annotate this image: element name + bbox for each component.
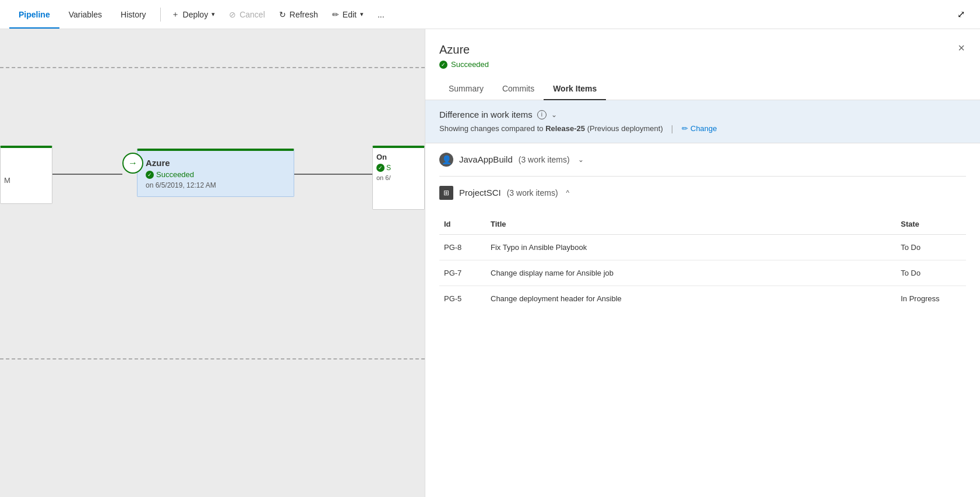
close-icon: × bbox=[958, 41, 965, 55]
tab-commits[interactable]: Commits bbox=[493, 78, 544, 100]
nav-actions: ＋ Deploy ▾ ⊘ Cancel ↻ Refresh ✏ Edit ▾ .… bbox=[165, 6, 390, 23]
cell-title: Fix Typo in Ansible Playbook bbox=[486, 234, 896, 260]
main-area: M → Azure ✓ Succeeded on 6/5/2019, 12:12… bbox=[0, 29, 980, 497]
cancel-button[interactable]: ⊘ Cancel bbox=[223, 6, 271, 23]
expand-button[interactable]: ⤢ bbox=[951, 5, 971, 23]
stage-name: Azure bbox=[146, 158, 285, 168]
col-header-title: Title bbox=[486, 214, 896, 235]
diff-section: Difference in work items i ⌄ Showing cha… bbox=[425, 100, 980, 143]
tab-summary[interactable]: Summary bbox=[439, 78, 493, 100]
change-link[interactable]: ✏ Change bbox=[682, 124, 717, 133]
tab-history[interactable]: History bbox=[111, 0, 156, 29]
more-button[interactable]: ... bbox=[372, 6, 390, 23]
edit-chevron-icon: ▾ bbox=[360, 10, 364, 18]
stage-right-partial: On ✓ S on 6/ bbox=[372, 146, 425, 210]
cell-title: Change display name for Ansible job bbox=[486, 260, 896, 285]
table-row[interactable]: PG-7 Change display name for Ansible job… bbox=[439, 260, 966, 285]
table-row[interactable]: PG-8 Fix Typo in Ansible Playbook To Do bbox=[439, 234, 966, 260]
diff-description: Showing changes compared to Release-25 (… bbox=[439, 124, 966, 133]
panel-header: Azure ✓ Succeeded × Summary Commits Work… bbox=[425, 29, 980, 100]
cell-id: PG-7 bbox=[439, 260, 486, 285]
project-sci-chevron-icon: ^ bbox=[566, 189, 570, 197]
col-header-state: State bbox=[896, 214, 966, 235]
right-panel: Azure ✓ Succeeded × Summary Commits Work… bbox=[425, 29, 980, 497]
work-items-body: 👤 JavaAppBuild (3 work items) ⌄ ⊞ Projec… bbox=[425, 143, 980, 311]
expand-icon: ⤢ bbox=[957, 9, 965, 19]
connector-line-left bbox=[52, 174, 122, 175]
dashed-line-bottom bbox=[0, 358, 425, 359]
top-nav: Pipeline Variables History ＋ Deploy ▾ ⊘ … bbox=[0, 0, 980, 29]
cell-state: To Do bbox=[896, 260, 966, 285]
plus-icon: ＋ bbox=[171, 9, 179, 20]
stage-arrow-circle[interactable]: → bbox=[122, 153, 143, 174]
deploy-chevron-icon: ▾ bbox=[211, 10, 215, 18]
cell-title: Change deployment header for Ansible bbox=[486, 285, 896, 311]
edit-button[interactable]: ✏ Edit ▾ bbox=[326, 6, 369, 23]
refresh-button[interactable]: ↻ Refresh bbox=[273, 6, 324, 23]
right-success-dot: ✓ bbox=[376, 164, 385, 172]
refresh-icon: ↻ bbox=[279, 10, 286, 19]
diff-divider bbox=[672, 125, 672, 133]
pipeline-canvas: M → Azure ✓ Succeeded on 6/5/2019, 12:12… bbox=[0, 29, 425, 497]
panel-success-dot-icon: ✓ bbox=[439, 61, 447, 69]
work-items-table: Id Title State PG-8 Fix Typo in Ansible … bbox=[439, 214, 966, 311]
nav-divider bbox=[160, 8, 161, 22]
col-header-id: Id bbox=[439, 214, 486, 235]
stage-status: ✓ Succeeded bbox=[146, 170, 285, 179]
group-java-app-build[interactable]: 👤 JavaAppBuild (3 work items) ⌄ bbox=[439, 143, 966, 177]
success-dot-icon: ✓ bbox=[146, 171, 154, 179]
tab-pipeline[interactable]: Pipeline bbox=[9, 0, 59, 29]
edit-icon: ✏ bbox=[332, 10, 339, 19]
cell-state: In Progress bbox=[896, 285, 966, 311]
table-row[interactable]: PG-5 Change deployment header for Ansibl… bbox=[439, 285, 966, 311]
deploy-button[interactable]: ＋ Deploy ▾ bbox=[165, 6, 221, 23]
stage-box-azure[interactable]: Azure ✓ Succeeded on 6/5/2019, 12:12 AM bbox=[137, 149, 294, 197]
edit-pencil-icon: ✏ bbox=[682, 124, 688, 133]
tab-variables[interactable]: Variables bbox=[59, 0, 111, 29]
cell-id: PG-8 bbox=[439, 234, 486, 260]
project-sci-icon: ⊞ bbox=[439, 186, 453, 200]
diff-header: Difference in work items i ⌄ bbox=[439, 110, 966, 119]
info-icon: i bbox=[537, 110, 547, 119]
java-build-chevron-icon: ⌄ bbox=[578, 156, 584, 164]
diff-chevron-icon[interactable]: ⌄ bbox=[551, 111, 557, 119]
tab-workitems[interactable]: Work Items bbox=[544, 78, 606, 100]
panel-content: Difference in work items i ⌄ Showing cha… bbox=[425, 100, 980, 497]
group-project-sci[interactable]: ⊞ ProjectSCI (3 work items) ^ bbox=[439, 177, 966, 209]
java-app-build-icon: 👤 bbox=[439, 153, 453, 167]
stage-date: on 6/5/2019, 12:12 AM bbox=[146, 181, 285, 189]
stage-left-partial: M bbox=[0, 146, 52, 204]
cancel-icon: ⊘ bbox=[229, 10, 236, 19]
connector-line-right bbox=[294, 174, 376, 175]
close-button[interactable]: × bbox=[952, 38, 971, 57]
panel-status: ✓ Succeeded bbox=[439, 60, 966, 69]
panel-title: Azure bbox=[439, 43, 966, 57]
dashed-line-top bbox=[0, 67, 425, 68]
panel-tabs: Summary Commits Work Items bbox=[439, 78, 966, 100]
cell-id: PG-5 bbox=[439, 285, 486, 311]
cell-state: To Do bbox=[896, 234, 966, 260]
